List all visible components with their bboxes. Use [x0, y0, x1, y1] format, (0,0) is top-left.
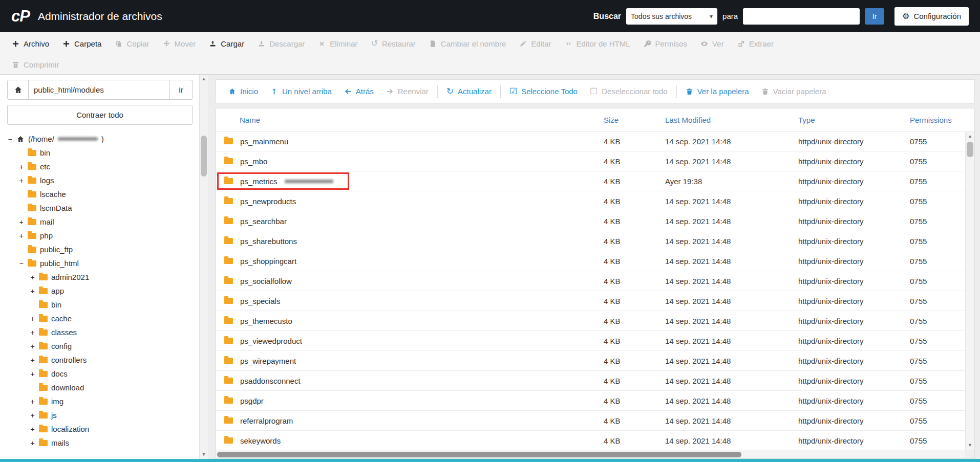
tree-item-mails[interactable]: +mails: [0, 436, 208, 450]
file-row-psaddonsconnect[interactable]: psaddonsconnect4 KB14 sep. 2021 14:48htt…: [216, 371, 974, 391]
expand-plus-icon[interactable]: +: [18, 177, 24, 185]
tree-item-public-html[interactable]: −public_html: [0, 256, 208, 270]
tree-item-lscmdata[interactable]: lscmData: [0, 201, 208, 215]
file-name[interactable]: psaddonsconnect: [240, 377, 301, 385]
scroll-down-icon[interactable]: ▼: [200, 450, 208, 459]
scroll-up-icon[interactable]: ▲: [966, 132, 974, 141]
tree-item-bin[interactable]: bin: [0, 146, 208, 160]
file-row-ps-searchbar[interactable]: ps_searchbar4 KB14 sep. 2021 14:48httpd/…: [216, 211, 974, 231]
file-name[interactable]: sekeywords: [240, 436, 281, 445]
expand-plus-icon[interactable]: +: [30, 342, 35, 350]
horizontal-scroll-thumb[interactable]: [217, 452, 741, 457]
toolbar-item-cargar[interactable]: Cargar: [202, 39, 251, 48]
file-name[interactable]: ps_metrics: [240, 177, 278, 186]
tree-item-public-ftp[interactable]: public_ftp: [0, 243, 208, 256]
toolbar-item-archivo[interactable]: Archivo: [5, 39, 56, 48]
search-scope-select[interactable]: Todos sus archivos ▾: [626, 8, 717, 25]
file-row-ps-socialfollow[interactable]: ps_socialfollow4 KB14 sep. 2021 14:48htt…: [216, 271, 974, 291]
expand-plus-icon[interactable]: +: [30, 356, 35, 364]
column-header-size[interactable]: Size: [604, 116, 665, 124]
file-name[interactable]: ps_mbo: [240, 157, 267, 166]
file-row-ps-mainmenu[interactable]: ps_mainmenu4 KB14 sep. 2021 14:48httpd/u…: [216, 131, 974, 151]
expand-plus-icon[interactable]: +: [30, 411, 35, 420]
tree-item-logs[interactable]: +logs: [0, 173, 208, 187]
file-name[interactable]: ps_viewedproduct: [240, 337, 302, 345]
toolbar-item-copiar[interactable]: Copiar: [108, 39, 156, 48]
file-name[interactable]: referralprogram: [240, 416, 293, 425]
tree-item-mail[interactable]: +mail: [0, 215, 208, 229]
action-reenviar[interactable]: Reenviar: [380, 87, 435, 96]
file-name[interactable]: ps_shoppingcart: [240, 257, 296, 266]
tree-item-etc[interactable]: +etc: [0, 160, 208, 173]
toolbar-item-editor-de-html[interactable]: Editor de HTML: [558, 39, 637, 48]
sidebar-scrollbar[interactable]: ▲ ▼: [199, 75, 208, 459]
file-name[interactable]: ps_sharebuttons: [240, 237, 297, 246]
file-name[interactable]: ps_mainmenu: [240, 137, 288, 146]
expand-plus-icon[interactable]: +: [18, 218, 24, 226]
toolbar-item-cambiar-el-nombre[interactable]: Cambiar el nombre: [422, 39, 513, 48]
expand-plus-icon[interactable]: +: [30, 425, 35, 433]
tree-item-php[interactable]: +php: [0, 229, 208, 243]
toolbar-item-eliminar[interactable]: Eliminar: [311, 39, 364, 48]
file-row-ps-specials[interactable]: ps_specials4 KB14 sep. 2021 14:48httpd/u…: [216, 291, 974, 311]
file-row-ps-newproducts[interactable]: ps_newproducts4 KB14 sep. 2021 14:48http…: [216, 191, 974, 211]
toolbar-item-descargar[interactable]: Descargar: [251, 39, 311, 48]
expand-plus-icon[interactable]: +: [30, 287, 35, 295]
file-row-ps-shoppingcart[interactable]: ps_shoppingcart4 KB14 sep. 2021 14:48htt…: [216, 251, 974, 271]
expand-plus-icon[interactable]: +: [30, 439, 35, 447]
file-name[interactable]: ps_socialfollow: [240, 277, 292, 285]
action-ver-la-papelera[interactable]: Ver la papelera: [679, 87, 755, 96]
action-actualizar[interactable]: ↻Actualizar: [440, 87, 498, 96]
file-name[interactable]: ps_specials: [240, 297, 280, 305]
tree-item-bin[interactable]: bin: [0, 298, 208, 312]
table-scroll-thumb[interactable]: [967, 142, 973, 157]
toolbar-item-carpeta[interactable]: Carpeta: [56, 39, 108, 48]
expand-plus-icon[interactable]: +: [30, 315, 35, 323]
toolbar-item-editar[interactable]: Editar: [513, 39, 558, 48]
action-vaciar-papelera[interactable]: Vaciar papelera: [755, 87, 833, 96]
toolbar-item-comprimir[interactable]: Comprimir: [5, 60, 66, 69]
scroll-up-icon[interactable]: ▲: [200, 75, 208, 83]
toolbar-item-restaurar[interactable]: ↺Restaurar: [365, 39, 422, 48]
file-row-ps-sharebuttons[interactable]: ps_sharebuttons4 KB14 sep. 2021 14:48htt…: [216, 231, 974, 251]
file-name[interactable]: ps_wirepayment: [240, 357, 296, 365]
file-row-ps-themecusto[interactable]: ps_themecusto4 KB14 sep. 2021 14:48httpd…: [216, 311, 974, 331]
file-row-ps-wirepayment[interactable]: ps_wirepayment4 KB14 sep. 2021 14:48http…: [216, 351, 974, 371]
file-row-ps-mbo[interactable]: ps_mbo4 KB14 sep. 2021 14:48httpd/unix-d…: [216, 151, 974, 171]
file-row-sekeywords[interactable]: sekeywords4 KB14 sep. 2021 14:48httpd/un…: [216, 431, 974, 451]
toolbar-item-permisos[interactable]: Permisos: [637, 39, 694, 48]
tree-item-download[interactable]: download: [0, 381, 208, 394]
file-row-ps-viewedproduct[interactable]: ps_viewedproduct4 KB14 sep. 2021 14:48ht…: [216, 331, 974, 351]
expand-plus-icon[interactable]: +: [30, 398, 35, 406]
toolbar-item-mover[interactable]: Mover: [156, 39, 203, 48]
path-go-button[interactable]: Ir: [170, 80, 193, 100]
expand-plus-icon[interactable]: +: [18, 232, 24, 240]
action-inicio[interactable]: Inicio: [222, 87, 264, 96]
tree-item-docs[interactable]: +docs: [0, 367, 208, 381]
column-header-name[interactable]: Name: [216, 116, 604, 124]
tree-item-home[interactable]: −(/home/): [0, 132, 208, 146]
file-row-psgdpr[interactable]: psgdpr4 KB14 sep. 2021 14:48httpd/unix-d…: [216, 391, 974, 411]
cpanel-logo[interactable]: cP: [11, 7, 30, 26]
table-horizontal-scrollbar[interactable]: [216, 450, 965, 458]
action-seleccione-todo[interactable]: ☑Seleccione Todo: [503, 87, 584, 96]
tree-item-app[interactable]: +app: [0, 284, 208, 298]
file-row-referralprogram[interactable]: referralprogram4 KB14 sep. 2021 14:48htt…: [216, 411, 974, 431]
expand-plus-icon[interactable]: +: [30, 273, 35, 281]
toolbar-item-extraer[interactable]: Extraer: [731, 39, 780, 48]
toolbar-item-ver[interactable]: Ver: [694, 39, 731, 48]
settings-button[interactable]: ⚙ Configuración: [894, 7, 969, 26]
search-go-button[interactable]: Ir: [865, 8, 884, 25]
scroll-down-icon[interactable]: ▼: [966, 441, 974, 450]
tree-item-cache[interactable]: +cache: [0, 312, 208, 325]
column-header-permissions[interactable]: Permissions: [910, 116, 965, 124]
tree-item-lscache[interactable]: lscache: [0, 187, 208, 201]
expand-plus-icon[interactable]: +: [18, 163, 24, 171]
column-header-type[interactable]: Type: [798, 116, 910, 124]
collapse-minus-icon[interactable]: −: [7, 135, 13, 143]
action-un-nivel-arriba[interactable]: Un nivel arriba: [264, 87, 338, 96]
tree-item-admin2021[interactable]: +admin2021: [0, 270, 208, 284]
sidebar-scroll-thumb[interactable]: [201, 136, 207, 177]
collapse-minus-icon[interactable]: −: [18, 259, 24, 268]
file-name[interactable]: ps_newproducts: [240, 197, 296, 206]
